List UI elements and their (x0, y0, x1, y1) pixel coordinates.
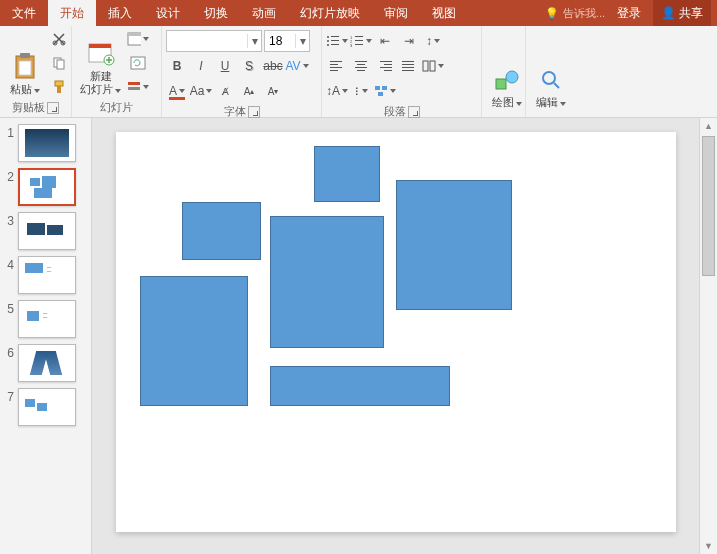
tab-transitions[interactable]: 切换 (192, 0, 240, 26)
scroll-up-button[interactable]: ▲ (700, 118, 717, 134)
new-slide-button[interactable]: 新建 幻灯片 (76, 28, 125, 98)
underline-button[interactable]: U (214, 55, 236, 77)
svg-rect-28 (355, 44, 363, 45)
bullets-button[interactable] (326, 30, 348, 52)
scroll-down-button[interactable]: ▼ (700, 538, 717, 554)
font-name-select[interactable]: ▾ (166, 30, 262, 52)
shape-rect[interactable] (396, 180, 512, 310)
copy-button[interactable] (48, 52, 70, 74)
svg-rect-6 (57, 60, 64, 69)
shape-rect[interactable] (182, 202, 261, 260)
tell-me[interactable]: 💡 告诉我... (545, 6, 605, 21)
paste-button[interactable]: 粘贴 (4, 28, 46, 98)
paragraph-dialog-launcher[interactable] (408, 106, 420, 118)
svg-rect-30 (330, 64, 338, 65)
shadow-button[interactable]: S (238, 55, 260, 77)
svg-rect-41 (402, 61, 414, 62)
slide-thumb-6[interactable] (18, 344, 76, 382)
new-slide-icon (87, 40, 115, 68)
svg-point-19 (327, 40, 329, 42)
slide-thumb-2[interactable] (18, 168, 76, 206)
svg-rect-8 (57, 86, 61, 93)
svg-rect-37 (380, 61, 392, 62)
font-size-input[interactable] (265, 34, 295, 48)
tab-view[interactable]: 视图 (420, 0, 468, 26)
clear-format-button[interactable]: A̸ (214, 80, 236, 102)
tab-animations[interactable]: 动画 (240, 0, 288, 26)
numbering-button[interactable]: 123 (350, 30, 372, 52)
slide-panel[interactable]: 1 2 3 4 ▪▪▪▪▪▪▪▪ 5 ▪▪▪▪▪▪▪▪ 6 7 (0, 118, 92, 554)
slide-editor[interactable] (92, 118, 699, 554)
slide-thumb-7[interactable] (18, 388, 76, 426)
svg-rect-13 (128, 33, 141, 36)
svg-rect-16 (128, 87, 140, 90)
svg-rect-18 (331, 36, 339, 37)
indent-dec-button[interactable]: ⇤ (374, 30, 396, 52)
svg-rect-50 (496, 79, 506, 89)
font-dialog-launcher[interactable] (248, 106, 260, 118)
italic-button[interactable]: I (190, 55, 212, 77)
font-size-select[interactable]: ▾ (264, 30, 310, 52)
justify-button[interactable] (398, 55, 420, 77)
svg-rect-45 (423, 61, 428, 71)
shape-rect[interactable] (140, 276, 248, 406)
share-button[interactable]: 👤共享 (653, 0, 711, 26)
bulb-icon: 💡 (545, 7, 559, 20)
shape-rect[interactable] (270, 366, 450, 406)
svg-rect-38 (384, 64, 392, 65)
scroll-thumb[interactable] (702, 136, 715, 276)
indent-inc-button[interactable]: ⇥ (398, 30, 420, 52)
tab-design[interactable]: 设计 (144, 0, 192, 26)
vertical-scrollbar[interactable]: ▲ ▼ (699, 118, 717, 554)
line-spacing-button[interactable]: ↕ (422, 30, 444, 52)
columns-button[interactable] (422, 55, 444, 77)
layout-button[interactable] (127, 28, 149, 50)
shrink-font-button[interactable]: A▾ (262, 80, 284, 102)
align-right-button[interactable] (374, 55, 396, 77)
tab-home[interactable]: 开始 (48, 0, 96, 26)
grow-font-button[interactable]: A▴ (238, 80, 260, 102)
font-name-input[interactable] (167, 34, 247, 48)
drawing-button[interactable]: 绘图 (486, 28, 528, 111)
svg-rect-26 (355, 40, 363, 41)
svg-rect-43 (402, 67, 414, 68)
paragraph-group-label: 段落 (384, 104, 406, 119)
svg-rect-48 (382, 86, 387, 90)
shape-rect[interactable] (270, 216, 384, 348)
svg-point-52 (543, 72, 555, 84)
svg-rect-44 (402, 70, 414, 71)
tab-file[interactable]: 文件 (0, 0, 48, 26)
tab-slideshow[interactable]: 幻灯片放映 (288, 0, 372, 26)
char-spacing-button[interactable]: AV (286, 55, 308, 77)
svg-rect-34 (357, 64, 365, 65)
section-button[interactable] (127, 76, 149, 98)
bold-button[interactable]: B (166, 55, 188, 77)
format-painter-button[interactable] (48, 76, 70, 98)
tab-insert[interactable]: 插入 (96, 0, 144, 26)
clipboard-icon (11, 53, 39, 81)
cut-button[interactable] (48, 28, 70, 50)
tab-review[interactable]: 审阅 (372, 0, 420, 26)
slide-thumb-5[interactable]: ▪▪▪▪▪▪▪▪ (18, 300, 76, 338)
font-color-button[interactable]: A (166, 80, 188, 102)
align-center-button[interactable] (350, 55, 372, 77)
align-left-button[interactable] (326, 55, 348, 77)
text-direction-button[interactable]: ↕A (326, 80, 348, 102)
change-case-button[interactable]: Aa (190, 80, 212, 102)
svg-rect-24 (355, 36, 363, 37)
editing-button[interactable]: 编辑 (530, 28, 572, 111)
shape-rect[interactable] (314, 146, 380, 202)
slide-thumb-4[interactable]: ▪▪▪▪▪▪▪▪ (18, 256, 76, 294)
clipboard-dialog-launcher[interactable] (47, 102, 59, 114)
smartart-button[interactable] (374, 80, 396, 102)
slide-thumb-3[interactable] (18, 212, 76, 250)
svg-point-21 (327, 44, 329, 46)
slide-thumb-1[interactable] (18, 124, 76, 162)
current-slide[interactable] (116, 132, 676, 532)
login-button[interactable]: 登录 (609, 5, 649, 22)
strike-button[interactable]: abc (262, 55, 284, 77)
shapes-icon (493, 66, 521, 94)
font-group-label: 字体 (224, 104, 246, 119)
reset-button[interactable] (127, 52, 149, 74)
align-text-button[interactable]: ⫶ (350, 80, 372, 102)
